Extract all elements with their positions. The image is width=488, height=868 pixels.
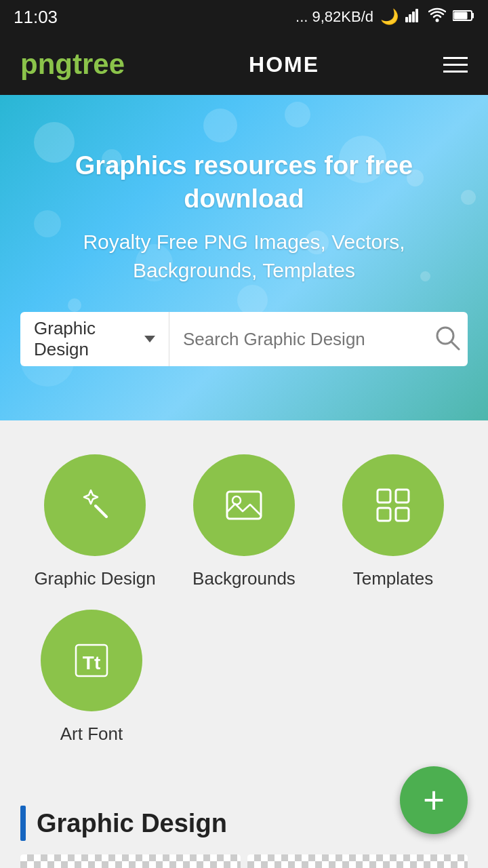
category-templates-label: Templates [353,568,434,589]
thumbnail-2[interactable]: © A [247,854,468,868]
svg-point-4 [436,19,439,22]
signal-icon [405,7,422,26]
svg-rect-11 [227,492,261,519]
checker-bg-1 [20,854,241,868]
status-bar: 11:03 ... 9,82KB/d 🌙 [0,0,488,34]
logo-green-text: tree [73,48,125,80]
hero-headline: Graphics resources for free download [20,149,468,216]
hero-banner: Graphics resources for free download Roy… [0,95,488,420]
status-icons: ... 9,82KB/d 🌙 [296,7,474,26]
hero-subline: Royalty Free PNG Images, Vectors, Backgr… [20,228,468,285]
hamburger-line-3 [443,71,468,73]
svg-rect-15 [378,508,390,521]
moon-icon: 🌙 [380,8,399,26]
hamburger-line-1 [443,57,468,59]
category-graphic-design[interactable]: Graphic Design [34,454,156,589]
svg-rect-2 [412,12,415,22]
fab-label: + [423,778,445,822]
categories-section: Graphic Design Backgrounds [0,420,488,785]
search-button[interactable] [417,324,468,354]
status-time: 11:03 [14,7,58,28]
svg-rect-16 [396,508,409,521]
search-input[interactable] [169,329,417,350]
category-backgrounds-label: Backgrounds [192,568,296,589]
battery-icon [453,8,474,26]
svg-rect-13 [378,490,390,502]
svg-point-12 [232,496,241,505]
hero-text: Graphics resources for free download Roy… [20,149,468,285]
network-info: ... 9,82KB/d [296,8,373,26]
category-art-font-circle: Tt [41,610,142,711]
categories-row-2: Tt Art Font [20,610,468,745]
svg-rect-1 [409,14,411,22]
svg-line-9 [451,342,459,349]
svg-rect-14 [396,490,409,502]
categories-row-1: Graphic Design Backgrounds [20,454,468,589]
category-art-font[interactable]: Tt Art Font [30,610,152,745]
search-category-text: Graphic Design [34,318,139,360]
logo[interactable]: pngtree [20,48,125,81]
category-backgrounds-circle [193,454,295,556]
fab-button[interactable]: + [400,766,468,834]
chevron-down-icon [144,336,155,342]
svg-rect-3 [415,9,418,22]
hamburger-menu-button[interactable] [443,57,468,73]
logo-white-text: png [20,48,73,80]
category-graphic-design-circle [44,454,146,556]
category-templates[interactable]: Templates [332,454,454,589]
svg-text:Tt: Tt [83,652,100,673]
category-graphic-design-label: Graphic Design [34,568,155,589]
section-title: Graphic Design [37,809,227,838]
svg-line-10 [96,506,106,517]
search-category-selector[interactable]: Graphic Design [20,312,169,366]
category-art-font-label: Art Font [60,724,123,745]
thumbnail-1[interactable]: © [20,854,241,868]
hamburger-line-2 [443,64,468,66]
top-nav: pngtree HOME [0,34,488,95]
search-bar[interactable]: Graphic Design [20,312,468,366]
nav-title: HOME [249,52,319,77]
section-bar [20,806,26,841]
category-backgrounds[interactable]: Backgrounds [183,454,305,589]
svg-rect-7 [472,13,474,18]
svg-rect-6 [454,12,468,20]
wifi-icon [428,7,446,26]
svg-rect-0 [405,17,408,22]
thumbnail-row: © © A [0,854,488,868]
category-templates-circle [342,454,444,556]
checker-bg-2 [247,854,468,868]
